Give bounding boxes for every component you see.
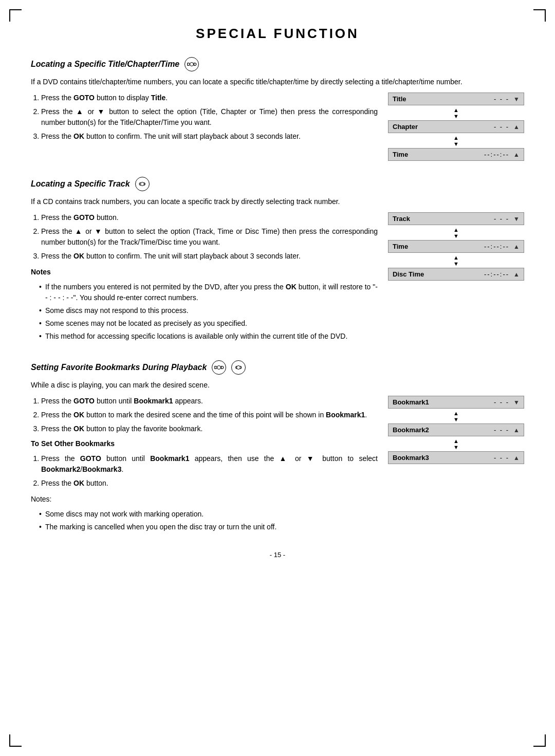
note1-bold: OK: [286, 283, 297, 291]
panel3-row-bm1: Bookmark1 - - - ▼: [388, 396, 524, 409]
section1-panel: Title - - - ▼ ▲ ▼ Chapter - - - ▲ ▲ ▼: [388, 93, 524, 161]
s2-step1-bold: GOTO: [73, 213, 95, 222]
section3-step1: Press the GOTO button until Bookmark1 ap…: [41, 396, 378, 407]
section2-step1: Press the GOTO button.: [41, 212, 378, 223]
note3-1: Some discs may not work with marking ope…: [39, 509, 378, 520]
panel1-between1: ▲ ▼: [388, 107, 524, 119]
panel2-label-disctime: Disc Time: [393, 270, 484, 278]
note4: This method for accessing specific locat…: [39, 331, 378, 342]
section2-steps: Press the GOTO button. Press the ▲ or ▼ …: [41, 212, 378, 262]
corner-tr: [533, 9, 546, 22]
cd-badge-3: CD: [231, 360, 246, 375]
section1-step3: Press the OK button to confirm. The unit…: [41, 131, 378, 142]
sub2-bold: OK: [73, 479, 84, 487]
panel1-label-title: Title: [393, 95, 494, 103]
section3-step2: Press the OK button to mark the desired …: [41, 410, 378, 420]
note3: Some scenes may not be located as precis…: [39, 318, 378, 329]
panel3-label-bm3: Bookmark3: [393, 454, 494, 462]
panel3-between2: ▲ ▼: [388, 438, 524, 450]
panel3-value-bm3: - - -: [494, 454, 509, 462]
section1-text: Press the GOTO button to display Title. …: [31, 93, 378, 146]
panel2-between1: ▲ ▼: [388, 227, 524, 239]
section3-panel: Bookmark1 - - - ▼ ▲ ▼ Bookmark2 - - - ▲ …: [388, 396, 524, 465]
section2-panel: Track - - - ▼ ▲ ▼ Time --:--:-- ▲ ▲ ▼: [388, 212, 524, 281]
panel2-arrow-time: ▲: [513, 243, 520, 250]
s3-step3-bold: OK: [73, 425, 84, 433]
notes-title: Notes: [31, 267, 378, 278]
section1-step2: Press the ▲ or ▼ button to select the op…: [41, 106, 378, 128]
section3-title: Setting Favorite Bookmarks During Playba…: [31, 360, 524, 375]
panel1-row-time: Time --:--:-- ▲: [388, 148, 524, 161]
note1: If the numbers you entered is not permit…: [39, 282, 378, 303]
section1-steps: Press the GOTO button to display Title. …: [41, 93, 378, 142]
panel2-label-time: Time: [393, 243, 484, 250]
panel1-arrow-time: ▲: [513, 151, 520, 158]
panel1-label-time: Time: [393, 151, 484, 158]
sub1-bold4: Bookmark3: [82, 465, 121, 473]
panel3-arrow-bm2: ▲: [513, 427, 520, 434]
panel3-arrow-bm1: ▼: [513, 399, 520, 406]
section2-body: Press the GOTO button. Press the ▲ or ▼ …: [31, 212, 524, 345]
section3-substep1: Press the GOTO button until Bookmark1 ap…: [41, 453, 378, 475]
step3-bold1: OK: [73, 132, 84, 140]
cd-badge-2: CD: [135, 177, 150, 191]
section3-substep2: Press the OK button.: [41, 478, 378, 489]
section1-body: Press the GOTO button to display Title. …: [31, 93, 524, 161]
s3-step1-bold1: GOTO: [73, 397, 95, 405]
s3-step2-bold2: Bookmark1: [326, 411, 365, 419]
panel1-value-chapter: - - -: [494, 123, 509, 131]
panel1-label-chapter: Chapter: [393, 123, 494, 131]
panel2-arrow-disctime: ▲: [513, 271, 520, 278]
notes-list: If the numbers you entered is not permit…: [39, 282, 378, 342]
panel2-value-time: --:--:--: [484, 243, 509, 250]
panel1-value-title: - - -: [494, 95, 509, 103]
dvd-badge-3: DVD: [212, 360, 226, 375]
section-title-chapter-time: Locating a Specific Title/Chapter/Time D…: [31, 57, 524, 161]
panel3-label-bm1: Bookmark1: [393, 398, 494, 406]
page-number: - 15 -: [31, 551, 524, 559]
section1-title: Locating a Specific Title/Chapter/Time D…: [31, 57, 524, 71]
page-container: SPECIAL FUNCTION Locating a Specific Tit…: [0, 0, 555, 756]
panel1-arrow-title: ▼: [513, 96, 520, 103]
page-title: SPECIAL FUNCTION: [31, 26, 524, 42]
s3-step2-bold1: OK: [73, 411, 84, 419]
notes3-label: Notes:: [31, 494, 378, 505]
corner-bl: [9, 734, 22, 747]
sub1-bold3: Bookmark2: [41, 465, 80, 473]
section-bookmarks: Setting Favorite Bookmarks During Playba…: [31, 360, 524, 536]
s2-step3-bold: OK: [73, 252, 84, 260]
panel3-between1: ▲ ▼: [388, 410, 524, 422]
panel2-between2: ▲ ▼: [388, 254, 524, 267]
section2-text: Press the GOTO button. Press the ▲ or ▼ …: [31, 212, 378, 345]
note3-2: The marking is cancelled when you open t…: [39, 522, 378, 532]
section3-intro: While a disc is playing, you can mark th…: [31, 380, 524, 391]
sub1-bold1: GOTO: [80, 454, 101, 463]
sub1-bold2: Bookmark1: [150, 454, 189, 463]
section3-body: Press the GOTO button until Bookmark1 ap…: [31, 396, 524, 536]
section3-step3: Press the OK button to play the favorite…: [41, 423, 378, 434]
panel3-row-bm2: Bookmark2 - - - ▲: [388, 423, 524, 436]
section3-steps: Press the GOTO button until Bookmark1 ap…: [41, 396, 378, 434]
section1-step1: Press the GOTO button to display Title.: [41, 93, 378, 103]
panel2-row-time: Time --:--:-- ▲: [388, 240, 524, 253]
notes3-list: Some discs may not work with marking ope…: [39, 509, 378, 532]
panel3-row-bm3: Bookmark3 - - - ▲: [388, 451, 524, 464]
panel3-label-bm2: Bookmark2: [393, 426, 494, 434]
panel1-row-chapter: Chapter - - - ▲: [388, 120, 524, 133]
panel3-value-bm2: - - -: [494, 426, 509, 434]
panel1-between2: ▲ ▼: [388, 135, 524, 147]
section2-title: Locating a Specific Track CD: [31, 177, 524, 191]
step1-bold2: Title: [151, 94, 166, 102]
panel2-row-track: Track - - - ▼: [388, 212, 524, 225]
panel3-value-bm1: - - -: [494, 398, 509, 406]
section-track: Locating a Specific Track CD If a CD con…: [31, 177, 524, 345]
section3-substeps: Press the GOTO button until Bookmark1 ap…: [41, 453, 378, 489]
panel1-row-title: Title - - - ▼: [388, 93, 524, 105]
panel2-arrow-track: ▼: [513, 215, 520, 223]
section2-step2: Press the ▲ or ▼ button to select the op…: [41, 226, 378, 248]
panel2-label-track: Track: [393, 215, 494, 223]
panel1-arrow-chapter: ▲: [513, 123, 520, 131]
panel2-row-disctime: Disc Time --:--:-- ▲: [388, 268, 524, 281]
corner-br: [533, 734, 546, 747]
section2-step3: Press the OK button to confirm. The unit…: [41, 251, 378, 262]
